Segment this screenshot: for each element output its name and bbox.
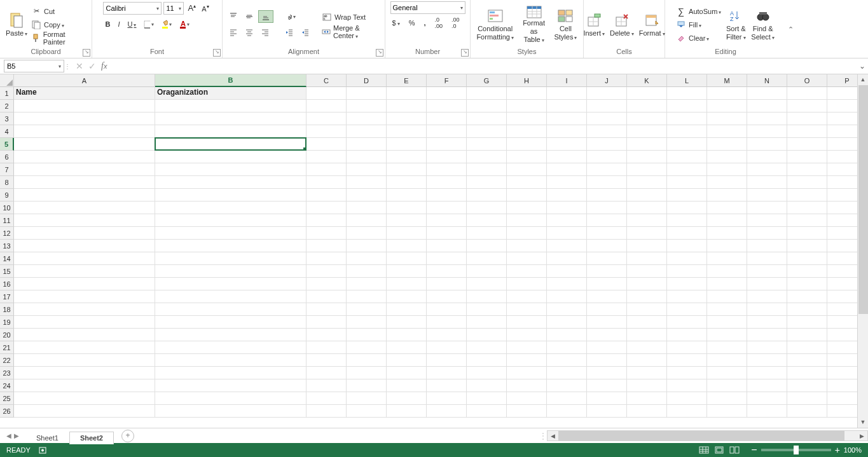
cell-O3[interactable] (787, 113, 827, 125)
cell-E2[interactable] (387, 100, 427, 113)
cell-D17[interactable] (347, 290, 387, 303)
tab-nav-next[interactable]: ▶ (14, 432, 19, 439)
cell-M22[interactable] (707, 354, 747, 367)
cell-F25[interactable] (427, 392, 467, 405)
cell-N20[interactable] (747, 329, 787, 341)
cell-C20[interactable] (307, 329, 347, 341)
cell-C25[interactable] (307, 392, 347, 405)
cell-K12[interactable] (627, 227, 667, 240)
font-dialog-launcher[interactable] (213, 49, 221, 57)
cell-F13[interactable] (427, 240, 467, 252)
cell-O26[interactable] (787, 405, 827, 418)
cell-J3[interactable] (587, 113, 627, 125)
align-left-button[interactable] (226, 26, 240, 39)
cell-H7[interactable] (507, 163, 547, 176)
horizontal-scroll-thumb[interactable] (558, 431, 844, 440)
cell-B2[interactable] (155, 100, 307, 113)
cell-N8[interactable] (747, 176, 787, 189)
formula-input[interactable] (112, 60, 857, 72)
cell-A21[interactable] (14, 341, 155, 354)
cell-H12[interactable] (507, 227, 547, 240)
cell-H15[interactable] (507, 265, 547, 278)
cell-N25[interactable] (747, 392, 787, 405)
cell-M7[interactable] (707, 163, 747, 176)
cell-J9[interactable] (587, 189, 627, 201)
row-header-18[interactable]: 18 (0, 303, 14, 316)
cell-E21[interactable] (387, 341, 427, 354)
cell-I18[interactable] (547, 303, 587, 316)
page-break-view-button[interactable] (727, 444, 742, 456)
cell-L26[interactable] (667, 405, 707, 418)
col-header-F[interactable]: F (427, 74, 467, 87)
row-header-8[interactable]: 8 (0, 176, 14, 189)
cell-H1[interactable] (507, 87, 547, 100)
cell-D1[interactable] (347, 87, 387, 100)
cell-N10[interactable] (747, 201, 787, 214)
cell-L14[interactable] (667, 252, 707, 265)
cell-G16[interactable] (467, 278, 507, 290)
cell-D6[interactable] (347, 151, 387, 163)
cell-A18[interactable] (14, 303, 155, 316)
cell-D3[interactable] (347, 113, 387, 125)
cell-O11[interactable] (787, 214, 827, 227)
cell-I6[interactable] (547, 151, 587, 163)
cell-G18[interactable] (467, 303, 507, 316)
autosum-button[interactable]: ∑AutoSum (674, 5, 723, 18)
cell-D8[interactable] (347, 176, 387, 189)
cell-I19[interactable] (547, 316, 587, 329)
cell-F11[interactable] (427, 214, 467, 227)
cell-A3[interactable] (14, 113, 155, 125)
cell-N24[interactable] (747, 379, 787, 392)
cell-L13[interactable] (667, 240, 707, 252)
cell-I26[interactable] (547, 405, 587, 418)
cell-O4[interactable] (787, 125, 827, 138)
cell-L7[interactable] (667, 163, 707, 176)
cell-B19[interactable] (155, 316, 307, 329)
conditional-formatting-button[interactable]: ConditionalFormatting (474, 4, 516, 46)
format-painter-button[interactable]: Format Painter (29, 32, 88, 44)
insert-button[interactable]: Insert (581, 4, 607, 46)
cell-M20[interactable] (707, 329, 747, 341)
cell-M1[interactable] (707, 87, 747, 100)
cell-A20[interactable] (14, 329, 155, 341)
cell-L16[interactable] (667, 278, 707, 290)
cell-G17[interactable] (467, 290, 507, 303)
cell-C17[interactable] (307, 290, 347, 303)
new-sheet-button[interactable]: + (121, 430, 134, 442)
cell-F24[interactable] (427, 379, 467, 392)
cell-F7[interactable] (427, 163, 467, 176)
cell-K3[interactable] (627, 113, 667, 125)
cell-D26[interactable] (347, 405, 387, 418)
row-header-3[interactable]: 3 (0, 113, 14, 125)
select-all-corner[interactable] (0, 74, 14, 87)
number-format-select[interactable]: General▾ (390, 1, 465, 14)
zoom-out-button[interactable]: − (751, 444, 757, 456)
cell-L25[interactable] (667, 392, 707, 405)
row-header-12[interactable]: 12 (0, 227, 14, 240)
row-header-11[interactable]: 11 (0, 214, 14, 227)
cell-I10[interactable] (547, 201, 587, 214)
row-header-13[interactable]: 13 (0, 240, 14, 252)
col-header-H[interactable]: H (507, 74, 547, 87)
cell-N1[interactable] (747, 87, 787, 100)
row-header-25[interactable]: 25 (0, 392, 14, 405)
cell-E26[interactable] (387, 405, 427, 418)
cell-N11[interactable] (747, 214, 787, 227)
cell-M18[interactable] (707, 303, 747, 316)
cell-F5[interactable] (427, 138, 467, 151)
scroll-up-arrow[interactable]: ▲ (858, 74, 868, 85)
cell-O7[interactable] (787, 163, 827, 176)
col-header-L[interactable]: L (667, 74, 707, 87)
cell-A8[interactable] (14, 176, 155, 189)
bold-button[interactable]: B (103, 18, 112, 31)
cell-O1[interactable] (787, 87, 827, 100)
cell-G7[interactable] (467, 163, 507, 176)
cell-B23[interactable] (155, 367, 307, 379)
cell-B21[interactable] (155, 341, 307, 354)
cell-B3[interactable] (155, 113, 307, 125)
cell-A19[interactable] (14, 316, 155, 329)
cell-O16[interactable] (787, 278, 827, 290)
cell-E13[interactable] (387, 240, 427, 252)
fill-handle[interactable] (303, 147, 307, 151)
col-header-C[interactable]: C (307, 74, 347, 87)
